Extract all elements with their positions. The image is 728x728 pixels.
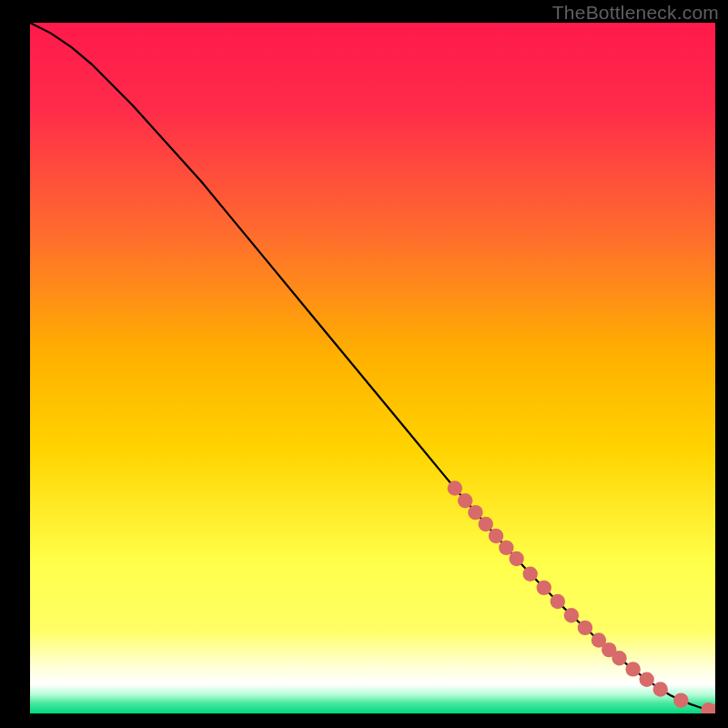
data-marker bbox=[489, 529, 503, 543]
data-marker bbox=[468, 505, 482, 520]
data-marker bbox=[551, 594, 565, 609]
data-marker bbox=[448, 480, 462, 495]
chart-stage: TheBottleneck.com bbox=[0, 0, 728, 728]
data-marker bbox=[564, 608, 579, 622]
data-marker bbox=[640, 672, 654, 687]
data-marker bbox=[522, 566, 537, 581]
data-marker bbox=[653, 682, 668, 696]
chart-svg bbox=[30, 23, 715, 713]
plot-area bbox=[30, 23, 715, 713]
data-marker bbox=[673, 693, 688, 707]
data-marker bbox=[612, 651, 626, 665]
data-marker bbox=[509, 551, 523, 566]
data-marker bbox=[479, 517, 493, 531]
data-marker bbox=[458, 493, 472, 508]
watermark-text: TheBottleneck.com bbox=[552, 2, 719, 24]
data-marker bbox=[537, 581, 551, 595]
data-marker bbox=[499, 541, 513, 555]
gradient-background bbox=[30, 23, 715, 713]
data-marker bbox=[578, 621, 592, 635]
data-marker bbox=[625, 662, 640, 676]
